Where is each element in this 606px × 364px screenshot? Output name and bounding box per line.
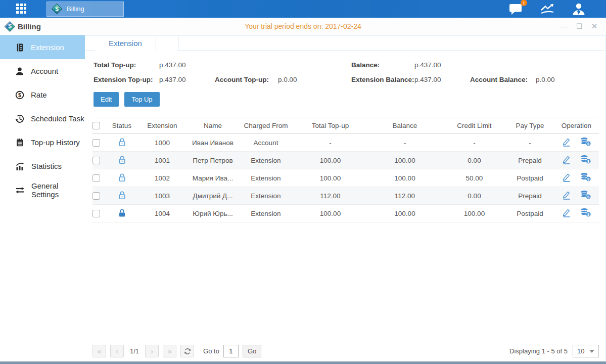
status-cell (107, 205, 137, 222)
credit-limit-cell: 50.00 (443, 169, 506, 187)
svg-text:$: $ (18, 92, 21, 98)
action-buttons: Edit Top Up (94, 92, 605, 107)
page-size-value: 10 (577, 347, 584, 355)
pay-type-cell: Prepaid (506, 152, 554, 169)
balance-cell: 100.00 (367, 205, 443, 222)
maximize-button[interactable]: ❑ (575, 22, 584, 31)
topbar-right-icons: ! (509, 0, 586, 18)
sidebar-item-account[interactable]: Account (0, 59, 85, 83)
billing-app-tab[interactable]: $ Billing (46, 2, 124, 17)
sidebar-item-label: General Settings (31, 181, 85, 199)
row-checkbox[interactable] (92, 210, 100, 217)
edit-row-button[interactable] (562, 137, 571, 148)
page-size-select[interactable]: 10 (573, 345, 599, 357)
edit-row-button[interactable] (562, 155, 571, 166)
edit-row-button[interactable] (562, 172, 571, 184)
top-up-row-button[interactable]: $ (580, 172, 591, 184)
account-topup-label: Account Top-up: (215, 76, 278, 83)
account-balance-label: Account Balance: (470, 76, 536, 83)
sidebar-item-general-settings[interactable]: General Settings (0, 178, 85, 202)
charged-from-cell: Extension (238, 205, 294, 222)
table-row: 1000Иван ИвановAccount----$ (92, 134, 599, 152)
top-up-coins-icon: $ (580, 208, 591, 217)
balance-summary: Total Top-up: p.437.00 Balance: p.437.00… (94, 61, 605, 83)
tab-extension[interactable]: Extension (95, 35, 156, 51)
table-header-row: Status Extension Name Charged From Total… (92, 117, 599, 134)
edit-pencil-icon (562, 137, 571, 147)
extension-topup-label: Extension Top-up: (94, 76, 159, 83)
bar-chart-icon (15, 162, 25, 171)
edit-button[interactable]: Edit (94, 92, 119, 107)
col-charged-from: Charged From (238, 117, 294, 134)
reports-chart-icon[interactable] (540, 3, 555, 15)
first-page-button[interactable]: « (92, 345, 106, 357)
table-row: 1003Дмитрий Д...Extension112.00112.000.0… (92, 187, 599, 205)
sidebar-item-statistics[interactable]: Statistics (0, 154, 85, 178)
window-bottom-edge (0, 361, 606, 364)
charged-from-cell: Extension (238, 152, 294, 169)
credit-limit-cell: - (443, 134, 506, 152)
go-button[interactable]: Go (243, 345, 261, 357)
goto-page-input[interactable] (223, 345, 239, 357)
refresh-icon[interactable] (180, 345, 194, 357)
top-up-row-button[interactable]: $ (580, 208, 591, 219)
top-up-row-button[interactable]: $ (580, 190, 591, 201)
operation-cell: $ (554, 205, 599, 222)
billing-window: $ Billing ! (0, 0, 606, 364)
main-panel: Extension Total Top-up: p.437.00 Balance… (85, 35, 606, 361)
messages-icon[interactable]: ! (509, 3, 523, 15)
app-grid-icon[interactable] (16, 4, 27, 15)
total-topup-label: Total Top-up: (94, 61, 159, 69)
sidebar-item-topup-history[interactable]: Top-up History (0, 130, 85, 154)
sidebar-item-label: Account (31, 67, 58, 75)
col-extension: Extension (137, 117, 188, 134)
user-account-icon[interactable] (572, 3, 586, 16)
operation-cell: $ (554, 134, 599, 152)
top-up-row-button[interactable]: $ (580, 155, 591, 166)
row-checkbox[interactable] (92, 192, 100, 200)
next-page-button[interactable]: › (145, 345, 159, 357)
sidebar-item-label: Scheduled Task (31, 114, 84, 123)
top-up-row-button[interactable]: $ (580, 137, 591, 148)
extension-balance-value: p.437.00 (414, 76, 470, 83)
extension-cell: 1001 (137, 152, 188, 169)
extension-balance-label: Extension Balance: (351, 76, 414, 83)
row-checkbox[interactable] (92, 174, 100, 182)
select-all-checkbox[interactable] (92, 122, 100, 129)
row-checkbox[interactable] (92, 157, 100, 164)
extension-cell: 1004 (137, 205, 188, 222)
balance-value: p.437.00 (414, 61, 470, 69)
pay-type-cell: - (506, 134, 554, 152)
edit-row-button[interactable] (562, 190, 571, 201)
edit-pencil-icon (562, 190, 571, 200)
sidebar-item-rate[interactable]: $ Rate (0, 83, 85, 107)
col-pay-type: Pay Type (506, 117, 554, 134)
name-cell: Петр Петров (188, 152, 238, 169)
top-up-button[interactable]: Top Up (124, 92, 159, 107)
name-cell: Мария Ива... (188, 169, 238, 187)
body: Extension Account $ Rate (0, 35, 606, 361)
top-up-coins-icon: $ (580, 137, 591, 147)
history-clock-icon (15, 114, 24, 123)
total-topup-cell: 100.00 (294, 169, 367, 187)
credit-limit-cell: 100.00 (443, 205, 506, 222)
notification-badge: ! (521, 0, 527, 6)
edit-pencil-icon (562, 155, 571, 164)
table-row: 1001Петр ПетровExtension100.00100.000.00… (92, 152, 599, 169)
close-button[interactable]: ✕ (590, 22, 599, 31)
prev-page-button[interactable]: ‹ (110, 345, 124, 357)
sidebar-item-scheduled-task[interactable]: Scheduled Task (0, 107, 85, 130)
minimize-button[interactable]: — (560, 22, 569, 31)
credit-limit-cell: 0.00 (443, 187, 506, 205)
edit-row-button[interactable] (562, 208, 571, 219)
row-checkbox[interactable] (92, 139, 100, 147)
total-topup-cell: 100.00 (294, 205, 367, 222)
sidebar-item-extension[interactable]: Extension (0, 35, 85, 59)
pay-type-cell: Postpaid (506, 169, 554, 187)
sidebar-item-label: Rate (31, 90, 47, 99)
person-icon (15, 67, 24, 76)
col-total-topup: Total Top-up (294, 117, 367, 134)
extension-cell: 1000 (137, 134, 188, 152)
last-page-button[interactable]: » (163, 345, 176, 357)
total-topup-cell: - (294, 134, 367, 152)
